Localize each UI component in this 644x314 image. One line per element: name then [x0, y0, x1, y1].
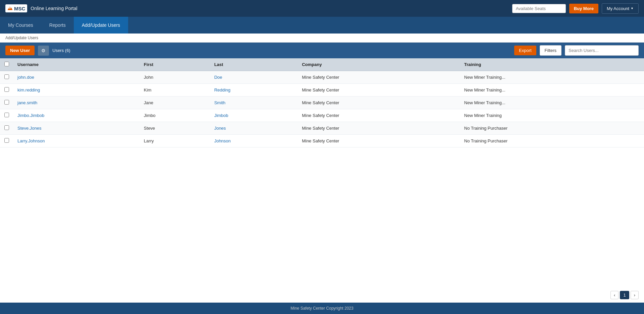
available-seats-input[interactable]	[512, 4, 566, 13]
col-last: Last	[210, 58, 298, 71]
filters-button[interactable]: Filters	[540, 45, 561, 56]
footer: Mine Safety Center Copyright 2023	[0, 303, 644, 314]
row-company: Mine Safety Center	[298, 97, 460, 109]
users-count-label: Users (6)	[52, 48, 70, 53]
logo-text: MSC	[14, 6, 25, 11]
col-checkbox	[0, 58, 13, 71]
next-page-button[interactable]: ›	[631, 291, 639, 299]
buy-more-button[interactable]: Buy More	[569, 4, 598, 13]
row-username[interactable]: Steve.Jones	[13, 122, 140, 135]
table-row: kim.redding Kim Redding Mine Safety Cent…	[0, 84, 644, 97]
row-checkbox-cell	[0, 71, 13, 84]
table-row: Steve.Jones Steve Jones Mine Safety Cent…	[0, 122, 644, 135]
row-checkbox[interactable]	[4, 100, 9, 105]
row-checkbox[interactable]	[4, 113, 9, 117]
breadcrumb: Add/Update Users	[0, 34, 644, 43]
col-username: Username	[13, 58, 140, 71]
app-title: Online Learning Portal	[31, 6, 77, 11]
nav-item-add-update-users[interactable]: Add/Update Users	[74, 17, 128, 34]
col-training: Training	[460, 58, 644, 71]
row-username[interactable]: john.doe	[13, 71, 140, 84]
table-container: Username First Last Company Training joh…	[0, 58, 644, 288]
table-row: Larry.Johnson Larry Johnson Mine Safety …	[0, 135, 644, 147]
row-company: Mine Safety Center	[298, 109, 460, 122]
row-checkbox-cell	[0, 84, 13, 97]
row-last[interactable]: Jones	[210, 122, 298, 135]
row-last[interactable]: Johnson	[210, 135, 298, 147]
row-first: Larry	[140, 135, 210, 147]
breadcrumb-text: Add/Update Users	[5, 36, 38, 40]
row-training: New Miner Training	[460, 109, 644, 122]
col-company: Company	[298, 58, 460, 71]
users-table: Username First Last Company Training joh…	[0, 58, 644, 147]
new-user-button[interactable]: New User	[5, 46, 35, 55]
col-first: First	[140, 58, 210, 71]
row-checkbox[interactable]	[4, 138, 9, 143]
row-first: John	[140, 71, 210, 84]
nav-item-my-courses[interactable]: My Courses	[0, 17, 41, 34]
row-username[interactable]: Larry.Johnson	[13, 135, 140, 147]
gear-button[interactable]: ⚙	[38, 46, 49, 56]
header-right: Buy More My Account	[512, 3, 639, 14]
row-username[interactable]: kim.redding	[13, 84, 140, 97]
row-training: New Miner Training...	[460, 71, 644, 84]
row-checkbox-cell	[0, 135, 13, 147]
row-checkbox[interactable]	[4, 74, 9, 79]
row-first: Jane	[140, 97, 210, 109]
row-checkbox-cell	[0, 97, 13, 109]
row-checkbox[interactable]	[4, 87, 9, 92]
row-first: Jimbo	[140, 109, 210, 122]
table-row: jane.smith Jane Smith Mine Safety Center…	[0, 97, 644, 109]
pagination: ‹ 1 ›	[0, 288, 644, 303]
row-username[interactable]: Jimbo.Jimbob	[13, 109, 140, 122]
row-checkbox-cell	[0, 122, 13, 135]
page-1-button[interactable]: 1	[620, 291, 629, 299]
select-all-checkbox[interactable]	[4, 62, 9, 66]
header: ⛰ MSC Online Learning Portal Buy More My…	[0, 0, 644, 17]
logo: ⛰ MSC	[5, 4, 27, 12]
row-last[interactable]: Smith	[210, 97, 298, 109]
row-checkbox[interactable]	[4, 125, 9, 130]
export-button[interactable]: Export	[514, 46, 536, 55]
row-training: New Miner Training...	[460, 84, 644, 97]
table-header-row: Username First Last Company Training	[0, 58, 644, 71]
toolbar: New User ⚙ Users (6) Export Filters	[0, 43, 644, 58]
row-company: Mine Safety Center	[298, 84, 460, 97]
my-account-button[interactable]: My Account	[602, 3, 639, 14]
row-company: Mine Safety Center	[298, 135, 460, 147]
row-first: Kim	[140, 84, 210, 97]
row-username[interactable]: jane.smith	[13, 97, 140, 109]
row-training: New Miner Training...	[460, 97, 644, 109]
row-training: No Training Purchaser	[460, 135, 644, 147]
logo-icon: ⛰	[7, 5, 13, 11]
row-training: No Training Purchaser	[460, 122, 644, 135]
table-row: Jimbo.Jimbob Jimbo Jimbob Mine Safety Ce…	[0, 109, 644, 122]
nav-item-reports[interactable]: Reports	[41, 17, 74, 34]
row-company: Mine Safety Center	[298, 71, 460, 84]
footer-text: Mine Safety Center Copyright 2023	[290, 306, 353, 311]
nav: My Courses Reports Add/Update Users	[0, 17, 644, 34]
row-last[interactable]: Doe	[210, 71, 298, 84]
row-first: Steve	[140, 122, 210, 135]
prev-page-button[interactable]: ‹	[610, 291, 619, 299]
row-last[interactable]: Jimbob	[210, 109, 298, 122]
header-left: ⛰ MSC Online Learning Portal	[5, 4, 77, 12]
row-company: Mine Safety Center	[298, 122, 460, 135]
search-users-input[interactable]	[565, 45, 639, 56]
table-row: john.doe John Doe Mine Safety Center New…	[0, 71, 644, 84]
row-last[interactable]: Redding	[210, 84, 298, 97]
row-checkbox-cell	[0, 109, 13, 122]
